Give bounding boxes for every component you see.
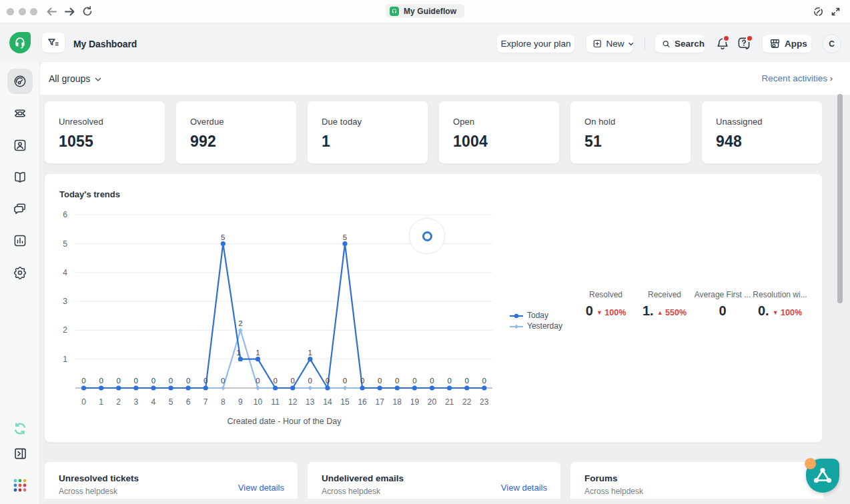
svg-text:0: 0 — [360, 377, 364, 385]
svg-text:3: 3 — [63, 297, 67, 306]
svg-text:0: 0 — [326, 377, 330, 385]
svg-text:10: 10 — [254, 397, 263, 407]
svg-text:5: 5 — [343, 233, 347, 241]
svg-text:1: 1 — [236, 349, 240, 357]
svg-text:5: 5 — [221, 233, 225, 241]
svg-text:0: 0 — [169, 377, 173, 385]
svg-text:9: 9 — [238, 397, 243, 407]
svg-text:7: 7 — [203, 397, 208, 407]
svg-text:0: 0 — [221, 377, 225, 385]
svg-text:8: 8 — [221, 397, 226, 407]
svg-text:22: 22 — [462, 397, 472, 407]
svg-text:12: 12 — [288, 397, 298, 407]
svg-text:0: 0 — [81, 397, 86, 407]
svg-text:0: 0 — [395, 377, 399, 385]
svg-text:11: 11 — [271, 397, 280, 407]
svg-text:18: 18 — [393, 397, 402, 407]
svg-text:0: 0 — [256, 377, 260, 385]
svg-text:16: 16 — [358, 397, 367, 407]
svg-text:4: 4 — [63, 268, 67, 277]
svg-text:1: 1 — [99, 397, 103, 407]
svg-text:3: 3 — [133, 397, 138, 407]
svg-text:2: 2 — [116, 397, 121, 407]
svg-text:0: 0 — [81, 377, 85, 385]
svg-text:17: 17 — [376, 397, 385, 407]
svg-text:2: 2 — [63, 325, 67, 335]
svg-text:14: 14 — [323, 397, 332, 407]
svg-text:0: 0 — [482, 377, 486, 385]
svg-text:15: 15 — [340, 397, 350, 407]
svg-text:0: 0 — [273, 377, 277, 385]
svg-text:0: 0 — [186, 377, 190, 385]
svg-text:0: 0 — [116, 377, 120, 385]
svg-text:0: 0 — [378, 377, 382, 385]
svg-text:0: 0 — [343, 377, 347, 385]
svg-text:0: 0 — [203, 377, 207, 385]
svg-text:20: 20 — [428, 397, 437, 407]
svg-text:0: 0 — [430, 377, 434, 385]
svg-text:4: 4 — [151, 397, 156, 407]
svg-text:0: 0 — [412, 377, 416, 385]
svg-text:5: 5 — [63, 239, 67, 249]
svg-text:1: 1 — [63, 355, 67, 364]
svg-text:0: 0 — [464, 377, 468, 385]
svg-text:0: 0 — [308, 377, 312, 385]
svg-text:23: 23 — [480, 397, 489, 407]
svg-text:6: 6 — [186, 397, 191, 407]
svg-text:1: 1 — [256, 349, 260, 357]
svg-text:13: 13 — [306, 397, 315, 407]
svg-text:0: 0 — [290, 377, 294, 385]
svg-text:0: 0 — [134, 377, 138, 385]
svg-text:1: 1 — [308, 349, 312, 357]
svg-text:0: 0 — [151, 377, 155, 385]
svg-text:0: 0 — [447, 377, 451, 385]
svg-text:Created date - Hour of the Day: Created date - Hour of the Day — [228, 417, 342, 426]
svg-text:5: 5 — [169, 397, 173, 407]
svg-text:2: 2 — [238, 319, 242, 327]
svg-text:6: 6 — [63, 210, 67, 219]
svg-text:0: 0 — [99, 377, 103, 385]
svg-text:19: 19 — [410, 397, 420, 407]
svg-text:21: 21 — [445, 397, 454, 407]
